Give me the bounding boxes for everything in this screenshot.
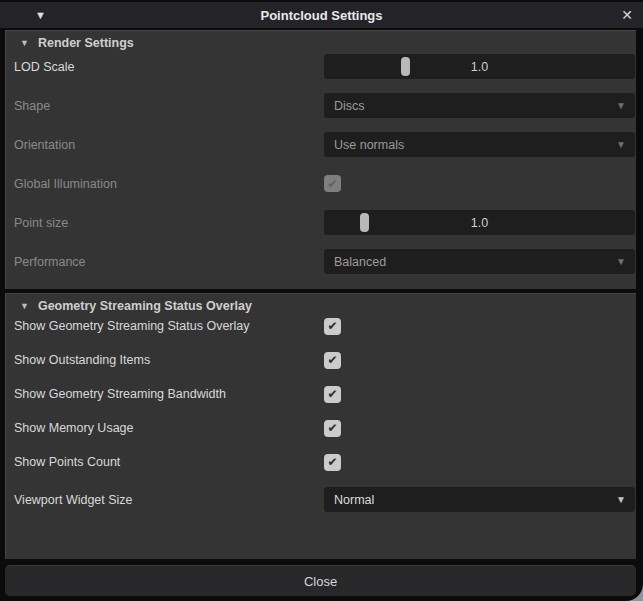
label-viewport-widget-size: Viewport Widget Size [14, 493, 324, 507]
performance-dropdown[interactable]: Balanced▼ [324, 249, 635, 274]
section-title: Render Settings [38, 36, 134, 50]
close-button[interactable]: Close [5, 565, 636, 596]
check-icon: ✔ [327, 456, 337, 468]
label-show-outstanding-items: Show Outstanding Items [14, 353, 324, 367]
control-show-memory-usage: ✔ [324, 420, 635, 437]
section-header-geometry-streaming-status-overlay[interactable]: ▼Geometry Streaming Status Overlay [6, 294, 636, 317]
row-show-points-count: Show Points Count✔ [6, 453, 636, 471]
row-show-memory-usage: Show Memory Usage✔ [6, 419, 636, 437]
dropdown-value: Normal [334, 493, 616, 507]
content: ▼Render SettingsLOD Scale1.0ShapeDiscs▼O… [5, 30, 636, 596]
row-point-size: Point size1.0 [6, 210, 636, 235]
dropdown-value: Balanced [334, 255, 616, 269]
check-icon: ✔ [327, 320, 337, 332]
control-lod-scale: 1.0 [324, 54, 635, 79]
dropdown-value: Use normals [334, 138, 616, 152]
global-illumination-checkbox[interactable]: ✔ [324, 175, 341, 192]
slider-value: 1.0 [324, 54, 635, 79]
chevron-down-icon[interactable]: ▼ [616, 140, 626, 150]
screen: ▼ Pointcloud Settings ✕ ▼Render Settings… [0, 0, 643, 601]
check-icon: ✔ [327, 178, 337, 190]
collapse-triangle-icon[interactable]: ▼ [20, 39, 29, 48]
label-global-illumination: Global Illumination [14, 177, 324, 191]
control-global-illumination: ✔ [324, 175, 635, 192]
chevron-down-icon[interactable]: ▼ [616, 101, 626, 111]
row-show-outstanding-items: Show Outstanding Items✔ [6, 351, 636, 369]
control-show-geometry-streaming-bandwidth: ✔ [324, 386, 635, 403]
control-viewport-widget-size: Normal▼ [324, 487, 635, 512]
row-lod-scale: LOD Scale1.0 [6, 54, 636, 79]
control-point-size: 1.0 [324, 210, 635, 235]
pointcloud-settings-window: ▼ Pointcloud Settings ✕ ▼Render Settings… [0, 0, 643, 601]
collapse-triangle-icon[interactable]: ▼ [20, 302, 29, 311]
lod-scale-slider[interactable]: 1.0 [324, 54, 635, 79]
orientation-dropdown[interactable]: Use normals▼ [324, 132, 635, 157]
show-geometry-streaming-status-overlay-checkbox[interactable]: ✔ [324, 318, 341, 335]
row-shape: ShapeDiscs▼ [6, 93, 636, 118]
row-orientation: OrientationUse normals▼ [6, 132, 636, 157]
shape-dropdown[interactable]: Discs▼ [324, 93, 635, 118]
label-show-memory-usage: Show Memory Usage [14, 421, 324, 435]
row-show-geometry-streaming-bandwidth: Show Geometry Streaming Bandwidth✔ [6, 385, 636, 403]
label-show-points-count: Show Points Count [14, 455, 324, 469]
window-title: Pointcloud Settings [0, 8, 643, 23]
close-icon[interactable]: ✕ [621, 2, 633, 28]
slider-value: 1.0 [324, 210, 635, 235]
section-title: Geometry Streaming Status Overlay [38, 299, 252, 313]
control-show-points-count: ✔ [324, 454, 635, 471]
chevron-down-icon[interactable]: ▼ [616, 257, 626, 267]
check-icon: ✔ [327, 354, 337, 366]
section-header-render-settings[interactable]: ▼Render Settings [6, 31, 636, 54]
show-geometry-streaming-bandwidth-checkbox[interactable]: ✔ [324, 386, 341, 403]
control-performance: Balanced▼ [324, 249, 635, 274]
label-shape: Shape [14, 99, 324, 113]
label-show-geometry-streaming-status-overlay: Show Geometry Streaming Status Overlay [14, 319, 324, 333]
show-points-count-checkbox[interactable]: ✔ [324, 454, 341, 471]
label-performance: Performance [14, 255, 324, 269]
control-show-geometry-streaming-status-overlay: ✔ [324, 318, 635, 335]
show-outstanding-items-checkbox[interactable]: ✔ [324, 352, 341, 369]
check-icon: ✔ [327, 388, 337, 400]
titlebar: ▼ Pointcloud Settings ✕ [0, 2, 643, 28]
viewport-widget-size-dropdown[interactable]: Normal▼ [324, 487, 635, 512]
control-shape: Discs▼ [324, 93, 635, 118]
chevron-down-icon[interactable]: ▼ [616, 495, 626, 505]
row-viewport-widget-size: Viewport Widget SizeNormal▼ [6, 487, 636, 512]
row-performance: PerformanceBalanced▼ [6, 249, 636, 274]
label-orientation: Orientation [14, 138, 324, 152]
row-global-illumination: Global Illumination✔ [6, 171, 636, 196]
label-lod-scale: LOD Scale [14, 60, 324, 74]
check-icon: ✔ [327, 422, 337, 434]
section-render-settings: ▼Render SettingsLOD Scale1.0ShapeDiscs▼O… [5, 30, 636, 289]
row-show-geometry-streaming-status-overlay: Show Geometry Streaming Status Overlay✔ [6, 317, 636, 335]
control-orientation: Use normals▼ [324, 132, 635, 157]
label-point-size: Point size [14, 216, 324, 230]
point-size-slider[interactable]: 1.0 [324, 210, 635, 235]
section-geometry-streaming-status-overlay: ▼Geometry Streaming Status OverlayShow G… [5, 293, 636, 559]
dropdown-value: Discs [334, 99, 616, 113]
control-show-outstanding-items: ✔ [324, 352, 635, 369]
show-memory-usage-checkbox[interactable]: ✔ [324, 420, 341, 437]
label-show-geometry-streaming-bandwidth: Show Geometry Streaming Bandwidth [14, 387, 324, 401]
